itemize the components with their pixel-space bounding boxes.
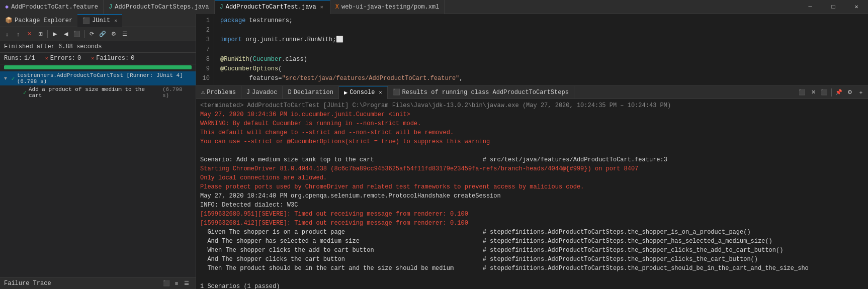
junit-toolbar: ↓ ↑ ✕ ⊞ ▶ ◀ ⬛ ⟳ 🔗 ⚙ ☰ xyxy=(0,27,196,41)
tab-feature[interactable]: ◆ AddProductToCart.feature xyxy=(0,0,104,14)
tree-scenario-time: (6.798 s) xyxy=(162,86,192,99)
tree-item-root[interactable]: ▼ ✓ testrunners.AddProductToCartTest [Ru… xyxy=(0,71,196,85)
console-area[interactable]: <terminated> AddProductToCartTest [JUnit… xyxy=(196,99,868,289)
tab-declaration[interactable]: D Declaration xyxy=(283,86,338,99)
errors-icon: ✕ xyxy=(45,55,48,61)
console-line-severe1: [1599632680.951][SEVERE]: Timed out rece… xyxy=(200,210,864,219)
tab-test-java[interactable]: J AddProductToCartTest.java ✕ xyxy=(215,0,330,14)
prev-failure-button[interactable]: ◀ xyxy=(61,29,71,39)
console-settings-button[interactable]: ⚙ xyxy=(845,87,855,98)
failure-trace-btn-3[interactable]: ☰ xyxy=(182,278,192,288)
editor-area: 1 2 3 7 8 9 10 package testrunners; impo… xyxy=(196,14,868,86)
tab-problems-label: Problems xyxy=(207,89,236,96)
bottom-tab-bar: ⚠ Problems J Javadoc D Declaration ▶ Con… xyxy=(196,86,868,99)
runs-label: Runs: xyxy=(4,55,22,62)
tab-javadoc[interactable]: J Javadoc xyxy=(241,86,283,99)
console-pin-button[interactable]: 📌 xyxy=(834,87,844,98)
errors-label: Errors: xyxy=(50,55,75,62)
console-line-3: You can use --strict or @CucumberOptions… xyxy=(200,137,864,146)
console-line-0: May 27, 2020 10:24:36 PM io.cucumber.jun… xyxy=(200,110,864,119)
console-line-local: Only local connections are allowed. xyxy=(200,173,864,182)
minimize-button[interactable]: ─ xyxy=(799,0,822,14)
junit-status: Finished after 6.88 seconds xyxy=(0,41,196,53)
failure-trace-btn-1[interactable]: ⬛ xyxy=(161,278,171,288)
toolbar-separator-1 xyxy=(47,30,48,38)
tab-pom-xml[interactable]: X web-ui-java-testing/pom.xml xyxy=(330,0,445,14)
tab-package-explorer[interactable]: 📦 Package Explorer xyxy=(0,14,77,27)
tab-problems[interactable]: ⚠ Problems xyxy=(196,86,241,99)
console-close-button[interactable]: ✕ xyxy=(808,87,818,98)
stop-button[interactable]: ✕ xyxy=(24,29,34,39)
junit-tree[interactable]: ▼ ✓ testrunners.AddProductToCartTest [Ru… xyxy=(0,70,196,277)
failures-value: 0 xyxy=(131,55,134,62)
history-button[interactable]: ⊞ xyxy=(35,29,45,39)
console-line-2: This default will change to --strict and… xyxy=(200,128,864,137)
tab-steps-java[interactable]: J AddProductToCartSteps.java xyxy=(104,0,214,14)
results-icon: ⬛ xyxy=(393,88,400,96)
errors-value: 0 xyxy=(77,55,81,62)
rerun-button[interactable]: ↓ xyxy=(2,29,12,39)
declaration-icon: D xyxy=(288,89,291,96)
tree-root-label: testrunners.AddProductToCartTest [Runner… xyxy=(17,72,192,84)
console-clear-button[interactable]: ⬛ xyxy=(797,87,807,98)
tab-results[interactable]: ⬛ Results of running class AddProductToC… xyxy=(388,86,574,99)
console-line-and2: And The shopper clicks the cart button #… xyxy=(200,255,864,264)
rerun-failed-button[interactable]: ↑ xyxy=(13,29,23,39)
tab-console-close[interactable]: ✕ xyxy=(379,89,382,95)
tree-item-scenario[interactable]: ✓ Add a product of size medium to the ca… xyxy=(0,85,196,100)
console-line-protect: Please protect ports used by ChromeDrive… xyxy=(200,182,864,191)
runs-value: 1/1 xyxy=(24,55,35,62)
javadoc-icon: J xyxy=(246,89,250,96)
pass-icon: ✓ xyxy=(12,75,15,82)
tab-javadoc-label: Javadoc xyxy=(252,89,277,96)
editor-content: 1 2 3 7 8 9 10 package testrunners; impo… xyxy=(196,14,868,85)
java-icon: J xyxy=(109,4,112,11)
console-line-severe2: [1599632681.412][SEVERE]: Timed out rece… xyxy=(200,219,864,228)
console-line-blank2 xyxy=(200,273,864,282)
xml-icon: X xyxy=(335,4,339,11)
problems-icon: ⚠ xyxy=(201,88,205,96)
console-line-1: WARNING: By default Cucumber is running … xyxy=(200,119,864,128)
console-stop-button[interactable]: ⬛ xyxy=(819,87,829,98)
failure-trace-bar: Failure Trace ⬛ ≡ ☰ xyxy=(0,277,196,289)
settings-button[interactable]: ⚙ xyxy=(109,29,119,39)
console-line-blank1 xyxy=(200,146,864,155)
console-line-and1: And The shopper has selected a medium si… xyxy=(200,237,864,246)
bottom-panel: ⚠ Problems J Javadoc D Declaration ▶ Con… xyxy=(196,86,868,289)
top-tab-bar: ◆ AddProductToCart.feature J AddProductT… xyxy=(0,0,868,14)
right-panel: 1 2 3 7 8 9 10 package testrunners; impo… xyxy=(196,14,868,289)
more-button[interactable]: ☰ xyxy=(120,29,130,39)
tab-console-label: Console xyxy=(350,89,375,96)
link-button[interactable]: 🔗 xyxy=(98,29,108,39)
refresh-button[interactable]: ⟳ xyxy=(86,29,97,39)
tree-scenario-label: Add a product of size medium to the cart xyxy=(29,86,158,99)
tab-junit-close[interactable]: ✕ xyxy=(114,18,117,24)
toolbar-separator-2 xyxy=(84,30,84,38)
failures-icon: ✕ xyxy=(91,55,94,61)
console-new-button[interactable]: + xyxy=(856,87,866,98)
next-failure-button[interactable]: ▶ xyxy=(50,29,60,39)
errors-count: ✕ Errors: 0 xyxy=(45,55,81,62)
progress-bar-container xyxy=(4,65,192,69)
tab-console[interactable]: ▶ Console ✕ xyxy=(339,86,388,99)
java-active-icon: J xyxy=(220,4,223,11)
main-layout: 📦 Package Explorer ⬛ JUnit ✕ ↓ ↑ ✕ ⊞ ▶ ◀… xyxy=(0,14,868,289)
expand-icon: ▼ xyxy=(4,76,10,81)
console-line-scenario: Scenario: Add a medium size tank top to … xyxy=(200,155,864,164)
collapse-all-button[interactable]: ⬛ xyxy=(72,29,82,39)
tab-test-java-close[interactable]: ✕ xyxy=(319,4,325,11)
maximize-button[interactable]: □ xyxy=(822,0,845,14)
left-tab-bar: 📦 Package Explorer ⬛ JUnit ✕ xyxy=(0,14,196,27)
junit-counts: Runs: 1/1 ✕ Errors: 0 ✕ Failures: 0 xyxy=(0,53,196,64)
failures-count: ✕ Failures: 0 xyxy=(91,55,134,62)
junit-icon: ⬛ xyxy=(82,17,90,25)
close-button[interactable]: ✕ xyxy=(845,0,868,14)
console-line-dialect: INFO: Detected dialect: W3C xyxy=(200,201,864,210)
tab-junit[interactable]: ⬛ JUnit ✕ xyxy=(77,14,122,27)
progress-bar xyxy=(4,65,192,69)
tab-steps-java-label: AddProductToCartSteps.java xyxy=(115,4,209,11)
failure-trace-btn-2[interactable]: ≡ xyxy=(171,278,182,288)
console-line-given: Given The shopper is on a product page #… xyxy=(200,228,864,237)
tab-package-explorer-label: Package Explorer xyxy=(15,17,72,24)
failure-trace-label: Failure Trace xyxy=(4,280,161,287)
